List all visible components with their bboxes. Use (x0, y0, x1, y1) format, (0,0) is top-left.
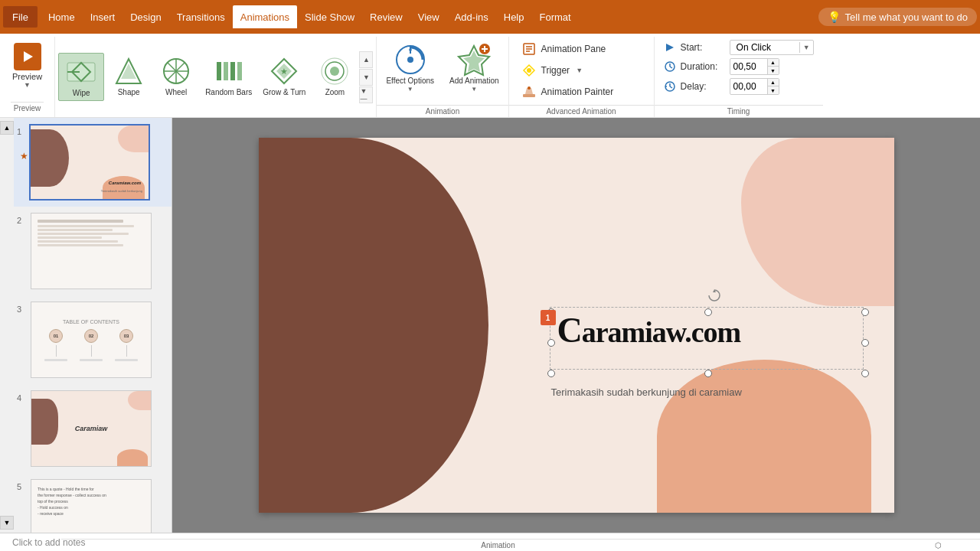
handle-middle-left[interactable] (547, 339, 555, 347)
menu-insert[interactable]: Insert (83, 5, 123, 28)
duration-spinner[interactable]: ▲ ▼ (730, 58, 779, 75)
preview-section-label: Preview (11, 102, 44, 114)
menu-slideshow[interactable]: Slide Show (297, 5, 362, 28)
menu-animations[interactable]: Animations (233, 5, 297, 28)
tell-me-box[interactable]: 💡 Tell me what you want to do (818, 8, 977, 26)
rotate-handle[interactable] (707, 289, 721, 302)
menu-home[interactable]: Home (41, 5, 83, 28)
slide-thumb-4: Caramiaw (31, 390, 152, 467)
animation-painter-label: Animation Painter (541, 86, 614, 97)
main-text[interactable]: Caramiaw.com (557, 310, 864, 350)
add-animation-button[interactable]: Add Animation ▼ (443, 40, 505, 96)
gallery-scroll-down[interactable]: ▼ (359, 69, 373, 86)
timing-start-row: Start: On Click ▼ (664, 40, 814, 55)
start-icon (664, 41, 676, 54)
delay-label: Delay: (681, 81, 725, 92)
shape-icon (113, 56, 144, 86)
slide-number-3: 3 (17, 305, 28, 314)
slides-scroll-down[interactable]: ▼ (0, 516, 14, 530)
timing-delay-row: Delay: ▲ ▼ (664, 78, 814, 95)
menu-items: Home Insert Design Transitions Animation… (41, 5, 579, 28)
menu-transitions[interactable]: Transitions (169, 5, 233, 28)
ribbon: Preview ▼ Preview Wipe (0, 34, 980, 118)
slide-panel: ▲ ▼ 1 ★ Caramiaw.com Terimakasih sudah b… (0, 118, 172, 533)
gallery-scroll-up[interactable]: ▲ (359, 51, 373, 68)
animation-number-badge: 1 (541, 310, 556, 325)
anim-wipe[interactable]: Wipe (58, 53, 104, 101)
anim-zoom[interactable]: Zoom (312, 53, 358, 101)
gallery-scroll-more[interactable]: ▼— (359, 86, 373, 103)
handle-bottom-left[interactable] (547, 370, 555, 377)
slide-thumb-1: Caramiaw.com Terimakasih sudah berkunjun… (29, 124, 150, 201)
zoom-label: Zoom (325, 88, 345, 96)
anim-random-bars[interactable]: Random Bars (201, 53, 256, 101)
canvas-area[interactable]: 1 Caramiaw.com Terimakasih sudah berkunj… (172, 118, 980, 533)
delay-spinners: ▲ ▼ (767, 79, 779, 94)
delay-down[interactable]: ▼ (768, 86, 779, 94)
grow-turn-icon: ★ (269, 56, 299, 86)
animation-painter-button[interactable]: Animation Painter (518, 83, 645, 101)
slide-item-4[interactable]: 4 Caramiaw (14, 384, 172, 473)
slides-scroll-up[interactable]: ▲ (0, 121, 14, 135)
slide-number-4: 4 (17, 393, 28, 403)
delay-up[interactable]: ▲ (768, 79, 779, 86)
animation-items: Wipe Shape (58, 53, 358, 101)
slides-list: 1 ★ Caramiaw.com Terimakasih sudah berku… (14, 118, 172, 533)
menu-addins[interactable]: Add-ins (447, 5, 496, 28)
slide-canvas[interactable]: 1 Caramiaw.com Terimakasih sudah berkunj… (259, 138, 894, 513)
start-label: Start: (681, 42, 725, 53)
animation-expand-icon[interactable]: ⬡ (935, 541, 942, 549)
menu-view[interactable]: View (410, 5, 447, 28)
wheel-icon (161, 56, 191, 86)
trigger-arrow-icon: ▼ (576, 67, 583, 74)
file-button[interactable]: File (3, 6, 38, 28)
svg-point-37 (528, 86, 531, 90)
animation-pane-button[interactable]: Animation Pane (518, 40, 645, 58)
duration-up[interactable]: ▲ (768, 59, 779, 67)
advanced-animation-section: Animation Pane Trigger ▼ (509, 37, 655, 117)
svg-point-22 (407, 57, 413, 63)
menu-review[interactable]: Review (362, 5, 410, 28)
animation-gallery: Wipe Shape (55, 37, 377, 117)
menu-help[interactable]: Help (496, 5, 532, 28)
star-badge-1: ★ (20, 151, 28, 161)
anim-wheel[interactable]: Wheel (153, 53, 199, 101)
preview-play-icon (14, 43, 41, 70)
delay-input[interactable] (730, 80, 767, 93)
slide-item-3[interactable]: 3 TABLE OF CONTENTS 01 02 (14, 295, 172, 384)
preview-arrow-icon: ▼ (24, 81, 31, 89)
duration-input[interactable] (730, 60, 767, 73)
bulb-icon: 💡 (828, 11, 841, 23)
duration-down[interactable]: ▼ (768, 67, 779, 74)
menu-format[interactable]: Format (532, 5, 579, 28)
trigger-button[interactable]: Trigger ▼ (518, 61, 645, 80)
handle-bottom-right[interactable] (861, 370, 869, 377)
effect-options-button[interactable]: Effect Options ▼ (380, 40, 440, 96)
svg-line-41 (670, 67, 672, 68)
svg-rect-12 (224, 62, 228, 80)
start-select[interactable]: On Click ▼ (730, 40, 814, 55)
slide-thumb-5: This is a quote - Hold the time for the … (31, 479, 152, 533)
menu-design[interactable]: Design (122, 5, 168, 28)
sub-text: Terimakasih sudah berkunjung di caramiaw (551, 386, 742, 398)
random-bars-icon (214, 56, 244, 86)
advanced-animation-items: Animation Pane Trigger ▼ (518, 40, 645, 102)
anim-grow-turn[interactable]: ★ Grow & Turn (258, 53, 310, 101)
timing-rows: Start: On Click ▼ Duration: (664, 40, 814, 102)
selected-textbox[interactable]: 1 Caramiaw.com Terimakasih sudah berkunj… (557, 287, 864, 328)
svg-marker-26 (463, 51, 485, 72)
delay-icon (664, 80, 676, 93)
effect-options-label: Effect Options (386, 77, 434, 86)
gallery-scroll: ▲ ▼ ▼— (359, 51, 373, 103)
wheel-label: Wheel (165, 88, 187, 96)
handle-bottom-center[interactable] (704, 370, 712, 377)
slide-item-2[interactable]: 2 (14, 207, 172, 295)
slide-item-1[interactable]: 1 ★ Caramiaw.com Terimakasih sudah berku… (14, 118, 172, 207)
anim-shape[interactable]: Shape (106, 53, 152, 101)
effect-options-arrow: ▼ (407, 86, 413, 93)
delay-spinner[interactable]: ▲ ▼ (730, 78, 779, 95)
preview-button[interactable]: Preview ▼ (6, 40, 48, 92)
duration-icon (664, 60, 676, 73)
menu-bar: File Home Insert Design Transitions Anim… (0, 0, 980, 34)
slide-item-5[interactable]: 5 This is a quote - Hold the time for th… (14, 473, 172, 533)
